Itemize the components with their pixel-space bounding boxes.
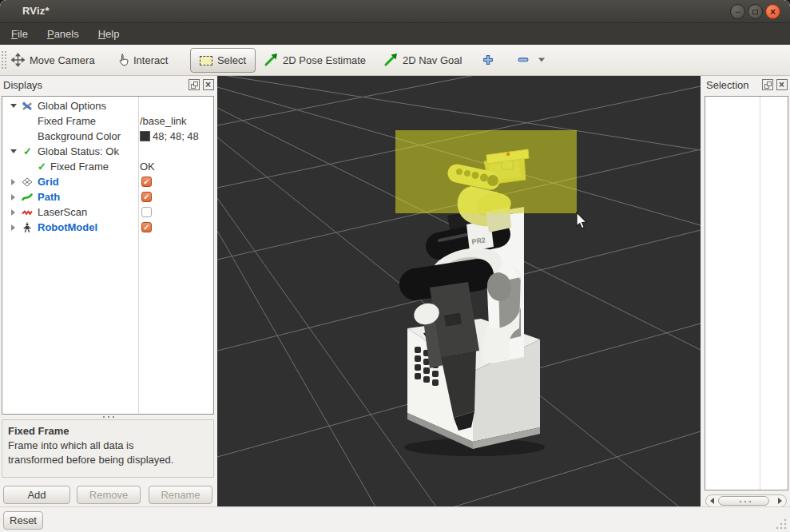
interact-hand-icon <box>118 54 129 66</box>
close-panel-icon[interactable] <box>203 79 214 90</box>
path-icon <box>22 192 33 203</box>
toolbar-drag-handle[interactable] <box>2 51 6 69</box>
close-button[interactable]: × <box>765 4 780 19</box>
plus-icon <box>482 54 494 66</box>
expander-closed-icon[interactable] <box>11 224 15 231</box>
help-title: Fixed Frame <box>8 424 208 439</box>
reset-button[interactable]: Reset <box>3 511 43 530</box>
remove-display-button[interactable]: Remove <box>77 486 141 504</box>
robotmodel-checkbox-checked[interactable]: ✓ <box>141 222 152 232</box>
tree-row-global-status[interactable]: ✓ Global Status: Ok <box>2 144 213 159</box>
selection-panel-controls <box>762 79 788 90</box>
path-checkbox-checked[interactable]: ✓ <box>141 192 152 202</box>
scroll-right-arrow-icon[interactable] <box>778 498 782 504</box>
menu-bar: File Panels Help <box>0 23 790 45</box>
tool-select-button-active[interactable]: Select <box>190 48 256 73</box>
window-resize-grip[interactable] <box>775 518 787 530</box>
expander-closed-icon[interactable] <box>11 179 15 185</box>
move-camera-icon <box>11 54 25 67</box>
tool-2d-nav-goal[interactable]: 2D Nav Goal <box>383 53 462 67</box>
laserscan-checkbox-unchecked[interactable] <box>141 207 152 217</box>
expander-closed-icon[interactable] <box>11 209 15 216</box>
tool-2d-nav-goal-label: 2D Nav Goal <box>403 54 462 66</box>
tool-2d-pose-estimate-label: 2D Pose Estimate <box>283 54 366 66</box>
grid-icon <box>22 177 33 188</box>
tool-bar: Move Camera Interact Select 2D Pose Esti… <box>0 45 790 76</box>
minus-icon <box>518 58 529 63</box>
add-tool-button[interactable] <box>482 54 494 66</box>
status-value: OK <box>140 159 155 174</box>
tree-row-fixed-frame-status[interactable]: ✓ Fixed Frame OK <box>2 159 213 174</box>
window-title: RViz* <box>22 5 50 17</box>
maximize-button[interactable] <box>748 4 763 19</box>
remove-tool-button[interactable] <box>518 58 545 63</box>
menu-file[interactable]: File <box>11 23 38 45</box>
selection-panel-title: Selection <box>706 76 748 95</box>
scroll-left-arrow-icon[interactable] <box>710 498 714 504</box>
tool-move-camera-label: Move Camera <box>30 54 95 66</box>
add-display-button[interactable]: Add <box>3 486 70 504</box>
mouse-cursor-icon <box>577 212 586 228</box>
viewport-scene: PR2 <box>217 76 701 506</box>
selection-panel: Selection <box>703 76 790 506</box>
tree-row-path[interactable]: Path ✓ <box>2 189 213 204</box>
selection-rubber-band <box>395 130 577 213</box>
robot-icon <box>22 222 33 233</box>
splitter-grip-icon <box>101 416 117 418</box>
expander-open-icon[interactable] <box>10 149 17 153</box>
background-color-value[interactable]: 48; 48; 48 <box>153 129 199 144</box>
select-rect-icon <box>200 56 212 66</box>
displays-panel-controls <box>189 79 214 90</box>
menu-help[interactable]: Help <box>89 23 129 45</box>
scrollbar-thumb[interactable] <box>718 496 769 506</box>
property-help-box: Fixed Frame Frame into which all data is… <box>2 419 214 478</box>
fixed-frame-value[interactable]: /base_link <box>140 113 187 129</box>
help-text-line2: transformed before being displayed. <box>8 453 208 467</box>
displays-tree: Global Options Fixed Frame /base_link Ba… <box>2 96 214 415</box>
tool-move-camera[interactable]: Move Camera <box>11 54 95 67</box>
laserscan-icon <box>22 207 33 218</box>
status-ok-icon: ✓ <box>23 145 32 157</box>
tree-row-background-color[interactable]: Background Color 48; 48; 48 <box>2 129 213 144</box>
status-ok-icon: ✓ <box>38 161 46 173</box>
rviz-window: RViz* − × File Panels Help Move Camera I… <box>0 0 790 532</box>
expander-closed-icon[interactable] <box>11 194 15 200</box>
selection-horizontal-scrollbar[interactable] <box>705 494 787 507</box>
title-bar[interactable]: RViz* − × <box>0 0 790 23</box>
displays-panel: Displays Global Options Fixed Frame /bas… <box>0 76 216 506</box>
selection-list-empty[interactable] <box>705 96 788 490</box>
tool-select-label: Select <box>217 54 246 66</box>
rename-display-button[interactable]: Rename <box>149 486 212 504</box>
tree-row-global-options[interactable]: Global Options <box>2 98 213 113</box>
undock-panel-icon[interactable] <box>762 79 773 90</box>
tree-row-robotmodel[interactable]: RobotModel ✓ <box>2 220 213 235</box>
tree-row-grid[interactable]: Grid ✓ <box>2 174 213 189</box>
maximize-icon <box>752 10 758 14</box>
status-bar: Reset <box>0 506 790 532</box>
green-arrow-icon <box>264 53 278 67</box>
expander-open-icon[interactable] <box>10 104 17 108</box>
help-text-line1: Frame into which all data is <box>8 439 208 453</box>
grid-checkbox-checked[interactable]: ✓ <box>141 177 152 187</box>
close-panel-icon[interactable] <box>776 79 788 90</box>
tools-icon <box>22 101 33 112</box>
render-viewport-3d[interactable]: PR2 <box>217 76 701 506</box>
selection-column-divider <box>760 97 760 490</box>
minimize-button[interactable]: − <box>730 4 745 19</box>
tool-2d-pose-estimate[interactable]: 2D Pose Estimate <box>264 53 366 67</box>
tool-interact-label: Interact <box>133 54 168 66</box>
tree-row-fixed-frame[interactable]: Fixed Frame /base_link <box>2 113 213 129</box>
green-arrow-icon <box>383 53 398 67</box>
undock-panel-icon[interactable] <box>189 79 200 90</box>
toolbar-overflow-caret-icon[interactable] <box>538 58 545 62</box>
menu-panels[interactable]: Panels <box>38 23 89 45</box>
window-controls: − × <box>730 4 780 19</box>
tree-row-laserscan[interactable]: LaserScan <box>2 204 213 220</box>
color-swatch[interactable] <box>140 131 150 141</box>
displays-panel-title: Displays <box>3 76 42 95</box>
tool-interact[interactable]: Interact <box>118 54 168 66</box>
